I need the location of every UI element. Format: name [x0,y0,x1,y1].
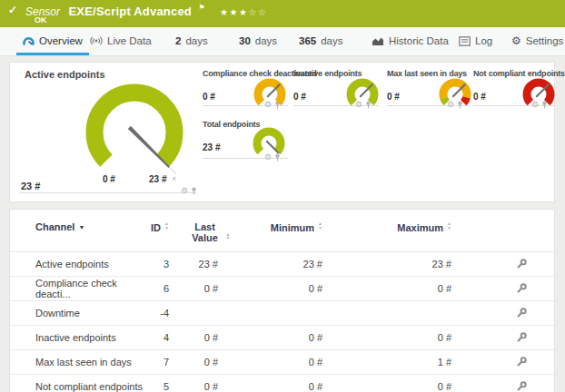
channel-id: 4 [146,326,187,350]
priority-stars[interactable]: ★★★☆☆ [220,7,267,17]
channel-minimum: 0 # [251,277,360,301]
gauge-settings-icon[interactable]: ⚙ [181,187,188,195]
table-row[interactable]: Max last seen in days 7 0 # 0 # 1 # [10,350,554,375]
gauge-value: 0 # [473,92,486,102]
small-gauge [251,125,287,162]
tab-live-data[interactable]: Live Data [84,29,158,55]
gauge-scale-min: 0 # [103,174,115,184]
edit-channel-icon[interactable] [516,380,528,392]
pin-icon[interactable] [191,182,197,199]
signal-icon [90,35,103,46]
gauge-total-endpoints: Total endpoints 23 # ⚙ [203,119,288,159]
channel-maximum [360,301,487,326]
column-header-edit [487,210,554,252]
channels-table-panel: Channel▼ ID▲▼ Last Value▲▼ Minimum▲▼ Max… [9,209,555,392]
status-check-icon: ✓ [8,4,17,16]
channel-name: Active endpoints [10,252,146,277]
chart-icon [372,36,384,46]
column-header-last-value[interactable]: Last Value▲▼ [187,210,251,252]
column-header-id[interactable]: ID▲▼ [146,210,187,252]
edit-channel-icon[interactable] [516,331,528,343]
channel-maximum: 0 # [360,277,487,301]
log-icon [459,36,471,46]
channel-id: 5 [146,375,187,392]
tab-historic-data[interactable]: Historic Data [365,29,455,55]
table-row[interactable]: Active endpoints 3 23 # 23 # 23 # [10,252,554,277]
channel-name: Inactive endpoints [10,326,146,350]
svg-text:x: x [173,175,176,181]
column-header-minimum[interactable]: Minimum▲▼ [251,210,360,252]
channel-name: Not compliant endpoints [10,375,146,392]
gauge-inactive-endpoints: Inactive endpoints 0 # ⚙ [293,68,379,106]
channel-name: Downtime [10,301,146,326]
tab-365-days[interactable]: 365 days [292,29,349,55]
gauge-not-compliant-endpoints: Not compliant endpoints 0 # ⚙ [473,68,555,106]
active-endpoints-gauge: x [75,75,193,193]
gauge-value: 0 # [203,92,215,102]
gauge-compliance-check-deactivated: Compliance check deactivated 0 # ⚙ [203,68,288,106]
gauge-value: 23 # [203,142,220,152]
table-header-row: Channel▼ ID▲▼ Last Value▲▼ Minimum▲▼ Max… [10,210,554,252]
table-row[interactable]: Inactive endpoints 4 0 # 0 # 0 # [10,326,554,350]
channel-name: Compliance check deacti... [10,277,146,301]
channel-last-value: 0 # [187,277,251,301]
channels-table: Channel▼ ID▲▼ Last Value▲▼ Minimum▲▼ Max… [10,210,554,392]
channel-minimum: 0 # [251,326,360,350]
channel-minimum [251,301,360,326]
channel-last-value: 0 # [187,350,251,375]
edit-channel-icon[interactable] [516,258,528,270]
gauge-scale-max: 23 # [149,174,166,184]
sort-icon: ▲▼ [226,232,231,240]
column-header-maximum[interactable]: Maximum▲▼ [360,210,487,252]
channel-id: -4 [146,301,187,326]
channel-maximum: 23 # [360,252,487,277]
sort-desc-icon: ▼ [78,224,84,230]
gauge-value: 0 # [293,92,306,102]
table-row[interactable]: Not compliant endpoints 5 0 # 0 # 0 # [10,375,554,392]
prtg-sensor-overview-page: { "colors": { "header_green": "#a2b622",… [0,0,565,392]
small-gauge [437,76,473,113]
channel-last-value [187,301,251,326]
gear-icon: ⚙ [511,35,521,46]
channel-minimum: 23 # [251,252,360,277]
edit-channel-icon[interactable] [516,356,528,368]
channel-id: 7 [146,350,187,375]
column-header-channel[interactable]: Channel▼ [10,210,146,252]
tab-30-days[interactable]: 30 days [233,29,283,55]
flag-icon[interactable]: ⚑ [198,4,204,12]
sort-icon: ▲▼ [318,221,322,230]
channel-name: Max last seen in days [10,350,146,375]
channel-maximum: 1 # [360,350,487,375]
tab-overview[interactable]: Overview [16,29,89,55]
sensor-header: ✓ Sensor EXE/Script Advanced ⚑ ★★★☆☆ OK [0,0,565,27]
sort-icon: ▲▼ [447,221,451,230]
channel-id: 6 [146,277,187,301]
tab-log[interactable]: Log [452,29,499,55]
gauge-value: 0 # [387,92,400,102]
sort-icon: ▲▼ [164,221,169,230]
edit-channel-icon[interactable] [516,307,528,318]
channel-minimum: 0 # [251,375,360,392]
page-title: EXE/Script Advanced [68,5,192,18]
small-gauge [252,76,288,113]
tab-settings[interactable]: ⚙ Settings [505,29,565,55]
gauge-active-endpoints: Active endpoints x 0 # 23 # 23 # ⚙ [19,68,197,193]
gauge-icon [23,35,35,46]
tab-bar: Overview Live Data 2 days 30 days 365 da… [0,27,565,56]
channel-maximum: 0 # [360,326,487,350]
channel-last-value: 0 # [187,375,251,392]
channel-maximum: 0 # [360,375,487,392]
small-gauge [344,76,381,113]
channel-id: 3 [146,252,187,277]
channel-last-value: 0 # [187,326,251,350]
channel-minimum: 0 # [251,350,360,375]
gauge-max-last-seen-in-days: Max last seen in days 0 # ⚙ [387,68,471,106]
status-badge: OK [35,15,47,24]
edit-channel-icon[interactable] [516,282,528,294]
tab-2-days[interactable]: 2 days [169,29,214,55]
gauges-panel: Active endpoints x 0 # 23 # 23 # ⚙ Compl… [9,62,555,202]
table-row[interactable]: Downtime -4 [10,301,554,326]
small-gauge [520,76,557,113]
table-row[interactable]: Compliance check deacti... 6 0 # 0 # 0 # [10,277,554,301]
gauge-value: 23 # [21,181,40,191]
